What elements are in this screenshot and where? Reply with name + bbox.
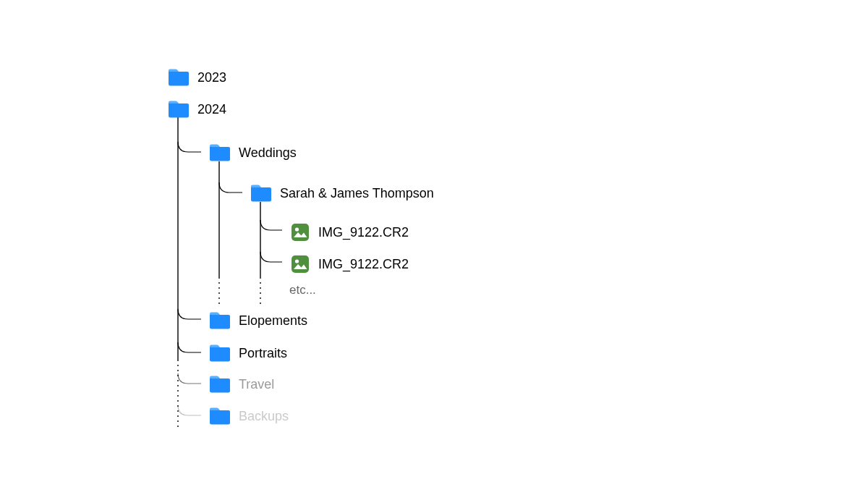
folder-icon [208,375,230,394]
folder-icon [167,100,189,119]
file-label: IMG_9122.CR2 [318,253,409,276]
etc-label: etc... [289,283,316,297]
folder-label: Portraits [239,342,287,365]
file-tree: 2023 2024 Weddings Sarah & James Thompso… [0,0,868,495]
image-file-icon [291,255,310,274]
folder-icon [208,407,230,426]
folder-label: Sarah & James Thompson [280,182,434,205]
folder-label: 2023 [197,66,226,89]
folder-backups[interactable]: Backups [208,405,289,428]
folder-travel[interactable]: Travel [208,373,274,396]
folder-portraits[interactable]: Portraits [208,342,287,365]
folder-icon [208,143,230,162]
file-label: IMG_9122.CR2 [318,221,409,244]
file-img-2[interactable]: IMG_9122.CR2 [291,253,409,276]
folder-2023[interactable]: 2023 [167,66,226,89]
folder-icon [167,68,189,87]
folder-icon [208,311,230,330]
folder-label: Backups [239,405,289,428]
folder-weddings[interactable]: Weddings [208,141,297,164]
folder-label: Travel [239,373,274,396]
file-img-1[interactable]: IMG_9122.CR2 [291,221,409,244]
folder-label: 2024 [197,98,226,121]
image-file-icon [291,223,310,242]
folder-elopements[interactable]: Elopements [208,309,307,332]
folder-couple[interactable]: Sarah & James Thompson [250,182,434,205]
folder-label: Elopements [239,309,307,332]
folder-label: Weddings [239,141,297,164]
folder-icon [208,344,230,363]
folder-icon [250,184,271,203]
folder-2024[interactable]: 2024 [167,98,226,121]
